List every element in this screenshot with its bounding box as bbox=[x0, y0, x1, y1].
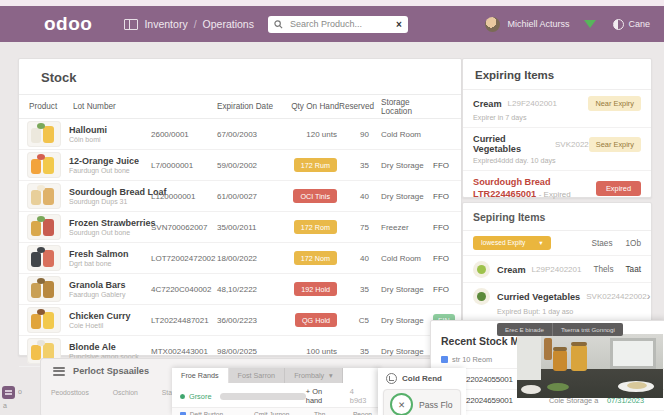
stat-value: 1Ob bbox=[626, 239, 641, 248]
table-row[interactable]: Fresh SalmonDgrt bat bone LOT72002472002… bbox=[19, 243, 461, 274]
stock-title: Stock bbox=[19, 59, 461, 95]
popup-legend-row: Grsore + On hand 4 b9d3 bbox=[172, 383, 380, 407]
storage-location: Dry Storage bbox=[369, 347, 425, 356]
qty-status-badge: 172 Rum bbox=[294, 158, 337, 172]
product-name: 12-Orange Juice bbox=[69, 156, 151, 166]
reserved-qty: 40 bbox=[339, 192, 369, 201]
session-menu[interactable]: Cane bbox=[613, 19, 650, 30]
col-location[interactable]: Storage Location bbox=[369, 98, 425, 116]
product-name: Frozen Strawberries bbox=[69, 218, 151, 228]
col-lot[interactable]: Lot Number bbox=[73, 102, 217, 111]
item-lot: L29P2402201 bbox=[532, 265, 582, 274]
lot-number: LT20224487021 bbox=[151, 316, 217, 325]
search-clear-icon[interactable]: × bbox=[396, 19, 402, 30]
qty-status-badge: QG Hold bbox=[295, 313, 337, 327]
list-item[interactable]: Curried Vegetables SVK2022 Sear Expiry E… bbox=[463, 128, 651, 171]
product-subtitle: Dgrt bat bone bbox=[69, 260, 151, 267]
edge-text-fragment: o bbox=[18, 388, 22, 395]
odoo-logo: odoo bbox=[44, 13, 92, 35]
list-item[interactable]: Curried Vegetables SVK0224422002 › Expir… bbox=[463, 283, 651, 321]
qty-on-hand: 100 unts bbox=[281, 347, 339, 356]
item-name: Cream bbox=[473, 99, 502, 109]
expiration-date: 18/00/2022 bbox=[217, 254, 281, 263]
breadcrumb-app[interactable]: Inventory bbox=[144, 18, 187, 30]
movements-head-left: str 10 Reom bbox=[452, 355, 492, 364]
close-circle-icon[interactable]: ✕ bbox=[390, 393, 413, 415]
pass-status-card[interactable]: ✕ Pass Flo bbox=[383, 389, 461, 415]
popup-tab[interactable]: Froe Rands bbox=[172, 368, 229, 383]
reserved-qty: 35 bbox=[339, 347, 369, 356]
list-item[interactable]: Sourdough Bread LTR224465001 - Expired E… bbox=[463, 171, 651, 206]
table-row[interactable]: HalloumiCôin bomi 2600/0001 67/00/2003 1… bbox=[19, 119, 461, 150]
qty-status-badge: 172 Nom bbox=[294, 251, 337, 265]
expiring-items-panel: Expiring Items Cream L29F2402001 Near Ex… bbox=[462, 58, 652, 198]
list-item[interactable]: Cream L29F2402001 Near Expiry Expirer in… bbox=[463, 90, 651, 128]
popup-col[interactable]: Cmit Jurnon bbox=[254, 411, 314, 415]
table-row[interactable]: Frozen StrawberriesSourdugn Out bone SVN… bbox=[19, 212, 461, 243]
col-expiration[interactable]: Expiration Date bbox=[217, 102, 281, 111]
search-box[interactable]: × bbox=[268, 16, 408, 33]
chevron-right-icon[interactable]: › bbox=[647, 291, 651, 302]
overlay-tab[interactable]: Erec E binade bbox=[497, 323, 552, 336]
item-meta: Taat bbox=[626, 265, 641, 274]
item-name: Cream bbox=[497, 265, 526, 275]
specials-col[interactable]: Oschion bbox=[113, 389, 138, 396]
product-subtitle: Sourdugn Out bone bbox=[69, 229, 151, 236]
col-qty[interactable]: Qty On Hand bbox=[281, 102, 339, 111]
lot-number: LOT72002472002 bbox=[151, 254, 217, 263]
popup-col[interactable]: Thn bbox=[314, 411, 353, 415]
chevron-down-icon: ▾ bbox=[329, 371, 333, 380]
session-label: Cane bbox=[628, 19, 650, 29]
lot-number: 2600/0001 bbox=[151, 130, 217, 139]
product-name: Granola Bars bbox=[69, 280, 151, 290]
product-thumbnail bbox=[27, 152, 61, 178]
onhand-value: 4 b9d3 bbox=[350, 387, 372, 405]
item-meta: Thels bbox=[593, 265, 613, 274]
table-row[interactable]: Granola BarsFaardugn Gablery 4C7220C0400… bbox=[19, 274, 461, 305]
storage-location: Dry Storage bbox=[369, 161, 425, 170]
kitchen-photo bbox=[517, 334, 663, 398]
storage-location: Cold Room bbox=[369, 130, 425, 139]
onhand-label: + On hand bbox=[306, 387, 340, 405]
pass-status-label: Pass Flo bbox=[419, 400, 452, 410]
expiry-filter-pill[interactable]: Iowesed Expity ▾ bbox=[473, 236, 551, 250]
table-row[interactable]: Chicken CurryCoie Hoetil LT20224487021 3… bbox=[19, 305, 461, 336]
col-reserved[interactable]: Reserved bbox=[339, 102, 369, 111]
legend-label: Grsore bbox=[189, 392, 212, 401]
item-note: Expired4ddd day. 10 days bbox=[473, 156, 641, 165]
menu-icon[interactable] bbox=[53, 367, 65, 376]
popup-tab[interactable]: Fost Sarron bbox=[229, 368, 286, 383]
overlay-tab[interactable]: Tserna tntt Gonnogi bbox=[552, 323, 623, 336]
edge-text-fragment: a bbox=[3, 402, 7, 409]
app-launcher-icon[interactable] bbox=[2, 386, 15, 399]
popup-col[interactable]: Peoon bbox=[353, 411, 372, 415]
table-row[interactable]: Sourdough Bread LoafSourdugn Dups 31 L12… bbox=[19, 181, 461, 212]
product-icon bbox=[473, 288, 490, 305]
list-item[interactable]: Cream L29P2402201 Thels Taat bbox=[463, 256, 651, 283]
user-avatar[interactable] bbox=[485, 17, 500, 32]
specials-col[interactable]: Peodosttoos bbox=[51, 389, 89, 396]
filter-row: Iowesed Expity ▾ Staes 1Ob bbox=[463, 231, 651, 256]
table-row[interactable]: 12-Orange JuiceFaurdugn Out bone L7/0000… bbox=[19, 150, 461, 181]
status-badge: Sear Expiry bbox=[589, 137, 641, 152]
breadcrumb-page[interactable]: Operations bbox=[203, 18, 254, 30]
popup-col[interactable]: Dett Burton bbox=[190, 411, 254, 415]
popup-tabs: Froe Rands Fost Sarron Frombaly ▾ bbox=[172, 368, 380, 383]
item-lot: L29F2402001 bbox=[508, 99, 557, 108]
product-subtitle: Faurdugn Out bone bbox=[69, 167, 151, 174]
user-name[interactable]: Michiell Acturss bbox=[507, 19, 569, 29]
reserved-qty: 40 bbox=[339, 254, 369, 263]
expiration-date: 59/00/2002 bbox=[217, 161, 281, 170]
stock-table-header: Product Lot Number Expiration Date Qty O… bbox=[19, 95, 461, 119]
lot-number: L7/0000001 bbox=[151, 161, 217, 170]
product-thumbnail bbox=[27, 183, 61, 209]
product-subtitle: Faardugn Gablery bbox=[69, 291, 151, 298]
refresh-icon bbox=[386, 373, 397, 384]
overlay-tabs: Erec E binade Tserna tntt Gonnogi bbox=[497, 323, 623, 336]
popup-tab[interactable]: Frombaly ▾ bbox=[285, 368, 343, 383]
search-input[interactable] bbox=[288, 18, 391, 30]
removal-policy: FFO bbox=[425, 285, 455, 294]
cold-check-popup: Cold Rend ✕ Pass Flo bbox=[378, 368, 466, 415]
col-product[interactable]: Product bbox=[25, 102, 69, 111]
location-chip-icon bbox=[441, 356, 448, 363]
